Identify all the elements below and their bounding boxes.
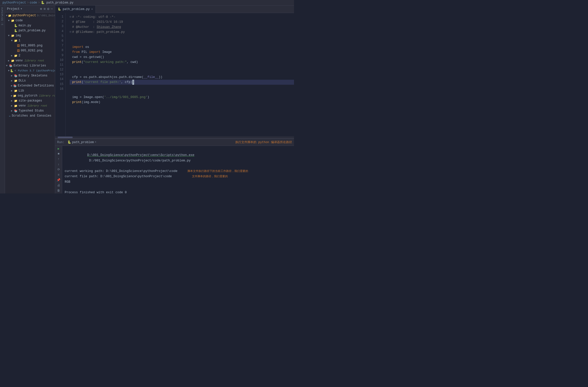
code-line-8: cwd = os.getcwd() — [70, 55, 294, 60]
venv-icon: 📁 — [11, 59, 15, 62]
lib-icon: 📚 — [14, 109, 18, 113]
tree-label: site-packages — [19, 99, 42, 103]
panel-header: Project ▼ ⊕ ≋ ⚙ — — [5, 6, 55, 13]
py-icon: 🐍 — [14, 29, 18, 32]
run-tab[interactable]: 🐍 path_problem × — [66, 140, 97, 144]
side-icons: 1: Structure — [0, 6, 5, 194]
code-line-7: from PIL import Image — [70, 50, 294, 55]
structure-icon[interactable]: 1: Structure — [1, 7, 4, 26]
tree-label: main.py — [19, 24, 31, 27]
scratch-icon: ✏ — [9, 114, 11, 118]
align-button[interactable]: ≡ — [56, 173, 61, 177]
tree-label: 005_0282.png — [21, 49, 42, 52]
tree-item-venv[interactable]: ▶ 📁 venv library root — [5, 58, 55, 63]
tree-item-venv-lib[interactable]: ▶ 📁 venv library root — [5, 103, 55, 108]
settings-icon[interactable]: ⚙ — [47, 7, 49, 11]
up-button[interactable]: ↑ — [56, 157, 61, 161]
tree-label: 2 — [19, 54, 20, 57]
code-line-5 — [70, 35, 294, 45]
tree-label: img — [16, 34, 21, 37]
rerun-button[interactable]: ⟳ — [56, 168, 61, 171]
tree-item-main-py[interactable]: 🐍 main.py — [5, 23, 55, 28]
editor-scrollbar[interactable] — [55, 136, 294, 138]
lib-icon: 📚 — [14, 74, 18, 77]
run-annotation: 执行文件脚本的 python 编译器所在路径 — [235, 140, 292, 144]
code-line-4: ⊟# @FileName: path_problem.py — [70, 30, 294, 35]
tree-label: seg_pytorch — [18, 94, 37, 98]
tree-item-extended-defs[interactable]: ▶ 📚 Extended Definitions — [5, 83, 55, 88]
tree-item-lib[interactable]: ▶ 📁 Lib — [5, 88, 55, 93]
stop-button[interactable]: ■ — [56, 152, 61, 156]
code-line-16 — [70, 105, 294, 115]
code-line-12: print('current file path:', cfp)| — [70, 80, 294, 85]
console-line-1: D:\001_DoingScience\pythonProject\venv\S… — [65, 147, 291, 169]
console-line-3: current file path: D:\001_DoingScience\p… — [65, 174, 291, 179]
run-tab-close[interactable]: × — [95, 141, 96, 144]
venv-icon: 📁 — [14, 104, 18, 108]
editor-area: 🐍 path_problem.py × 12345 678910 1112131… — [55, 6, 294, 194]
tree-item-seg-pytorch[interactable]: ▶ 📁 seg_pytorch library root — [5, 93, 55, 98]
tree-label: DLLs — [19, 79, 26, 82]
tree-label: < Python 3.7 (pythonProject) > D:\001_Do… — [15, 69, 55, 72]
folder-icon: 📁 — [14, 79, 18, 82]
tree-label: path_problem.py — [19, 29, 46, 32]
code-line-13 — [70, 85, 294, 95]
tree-item-005-png[interactable]: 🖼 005_0282.png — [5, 48, 55, 53]
lib-icon: 📚 — [9, 64, 13, 67]
folder-icon: 📁 — [14, 99, 18, 103]
pin-button[interactable]: 📌 — [56, 178, 61, 182]
tree-item-dlls[interactable]: ▶ 📁 DLLs — [5, 78, 55, 83]
tree-item-typeshed[interactable]: ▶ 📚 Typeshed Stubs — [5, 108, 55, 113]
console-line-6: Process finished with exit code 0 — [65, 190, 291, 194]
tree-item-site-packages[interactable]: ▶ 📁 site-packages — [5, 98, 55, 103]
line-numbers: 12345 678910 1112131415 16 — [55, 13, 66, 136]
png-icon: 🖼 — [17, 49, 20, 52]
code-line-2: # @Time : 2021/3/4 16:19 — [70, 20, 294, 25]
tree-item-external-libs[interactable]: ▼ 📚 External Libraries — [5, 63, 55, 68]
dropdown-arrow[interactable]: ▼ — [21, 8, 22, 10]
console-line-2: current working path: D:\001_DoingScienc… — [65, 169, 291, 174]
project-panel: Project ▼ ⊕ ≋ ⚙ — ▼ 📁 pythonProject D:\0… — [5, 6, 55, 194]
breadcrumb-project[interactable]: pythonProject — [3, 1, 26, 5]
tree-path: D:\001_DoingScience\pythonProject — [37, 14, 55, 17]
trash-button[interactable]: 🗑 — [56, 189, 61, 192]
folder-icon: 📁 — [11, 34, 15, 37]
tree-item-path-problem[interactable]: 🐍 path_problem.py — [5, 28, 55, 33]
code-content[interactable]: ⊟# -*- coding: utf-8 -*- # @Time : 2021/… — [66, 13, 294, 136]
code-line-14: img = Image.open('../img/1/001_0085.png'… — [70, 95, 294, 100]
tree-item-1[interactable]: ▼ 📁 1 — [5, 38, 55, 43]
tree-item-2[interactable]: ▶ 📁 2 — [5, 53, 55, 58]
play-button[interactable]: ▶ — [56, 147, 61, 151]
python-icon: 🐍 — [10, 69, 14, 72]
panel-header-icons: ⊕ ≋ ⚙ — — [40, 7, 53, 11]
lib-icon: 📚 — [13, 84, 17, 87]
locate-icon[interactable]: ⊕ — [40, 7, 42, 11]
tree-item-scratches[interactable]: ✏ Scratches and Consoles — [5, 113, 55, 118]
minimize-icon[interactable]: — — [51, 7, 53, 11]
tree-label: venv — [19, 104, 26, 108]
folder-icon: 📁 — [13, 94, 17, 98]
tree-item-python37[interactable]: ▼ 🐍 < Python 3.7 (pythonProject) > D:\00… — [5, 68, 55, 73]
tree-label: pythonProject — [13, 14, 36, 17]
folder-icon: 📁 — [14, 39, 18, 42]
print-button[interactable]: 🖨 — [56, 183, 61, 187]
run-tab-bar: Run: 🐍 path_problem × 执行文件脚本的 python 编译器… — [55, 139, 294, 146]
console-line-4: RGB — [65, 179, 291, 185]
tab-close-button[interactable]: × — [91, 8, 93, 11]
tree-item-001-png[interactable]: 🖼 001_0085.png — [5, 43, 55, 48]
tree-item-code[interactable]: ▼ 📁 code — [5, 18, 55, 23]
breadcrumb-file: 🐍 path_problem.py — [41, 1, 73, 5]
active-tab[interactable]: 🐍 path_problem.py × — [55, 6, 96, 13]
tree-label: Extended Definitions — [18, 84, 54, 87]
console-output: D:\001_DoingScience\pythonProject\venv\S… — [62, 146, 294, 194]
tree-label: 001_0085.png — [21, 44, 42, 47]
tree-item-pythonproject[interactable]: ▼ 📁 pythonProject D:\001_DoingScience\py… — [5, 13, 55, 18]
down-button[interactable]: ↓ — [56, 163, 61, 166]
tab-bar: 🐍 path_problem.py × — [55, 6, 294, 13]
lib-root-label: library root — [26, 104, 47, 107]
py-icon: 🐍 — [14, 24, 18, 27]
tree-item-img[interactable]: ▼ 📁 img — [5, 33, 55, 38]
tree-item-binary-skeletons[interactable]: ▶ 📚 Binary Skeletons — [5, 73, 55, 78]
collapse-icon[interactable]: ≋ — [44, 7, 46, 11]
folder-icon: 📁 — [14, 89, 18, 92]
